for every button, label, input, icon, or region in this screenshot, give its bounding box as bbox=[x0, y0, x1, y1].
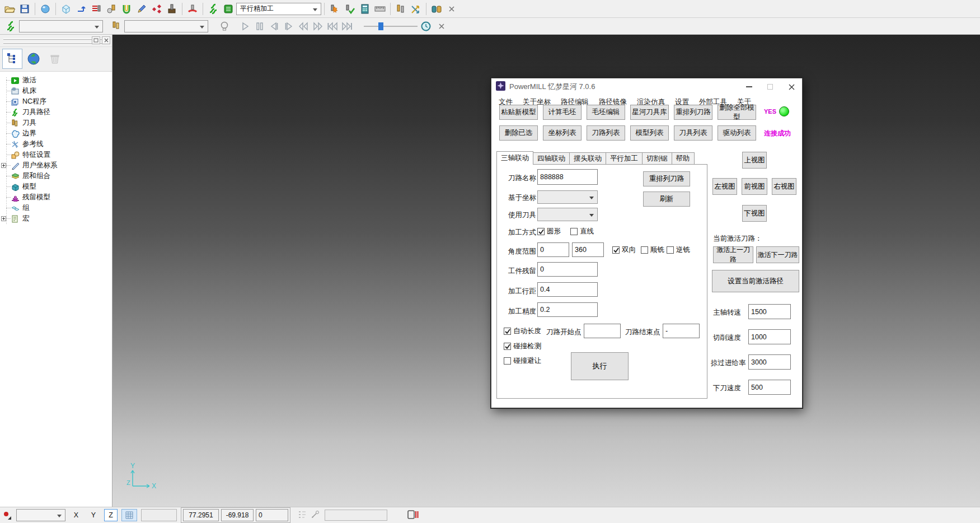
toolpath-icon[interactable] bbox=[3, 19, 18, 34]
rapid-move-icon[interactable] bbox=[74, 2, 88, 16]
toolpath-verify-check-icon[interactable] bbox=[343, 2, 357, 16]
stepover-input[interactable] bbox=[537, 282, 598, 297]
ruler-icon[interactable] bbox=[373, 2, 387, 16]
swap-arrows-icon[interactable] bbox=[409, 2, 423, 16]
line-checkbox[interactable]: 直线 bbox=[570, 227, 594, 236]
tree-item-workplanes[interactable]: 用户坐标系 bbox=[0, 160, 112, 171]
step-back-icon[interactable] bbox=[268, 20, 281, 33]
tab-world-view[interactable] bbox=[24, 49, 44, 69]
panel-close-icon[interactable] bbox=[102, 36, 110, 44]
rearrange-button[interactable]: 重排列刀路 bbox=[643, 171, 690, 186]
model-list-button[interactable]: 模型列表 bbox=[630, 125, 669, 141]
close-icon[interactable] bbox=[781, 78, 802, 95]
cutting-feed-input[interactable] bbox=[748, 329, 791, 344]
axis-x-button[interactable]: X bbox=[69, 509, 83, 521]
tab-3axis[interactable]: 三轴联动 bbox=[496, 151, 533, 165]
set-active-path-button[interactable]: 设置当前激活路径 bbox=[712, 270, 799, 292]
open-project-icon[interactable] bbox=[2, 2, 17, 16]
axis-y-button[interactable]: Y bbox=[87, 509, 100, 521]
tree-item-machine[interactable]: 机床 bbox=[0, 86, 112, 96]
two-tools-icon[interactable] bbox=[393, 2, 408, 16]
maximize-icon[interactable] bbox=[759, 78, 781, 95]
step-forward-icon[interactable] bbox=[282, 20, 296, 33]
activate-next-toolpath-button[interactable]: 激活下一刀路 bbox=[756, 246, 799, 263]
circle-checkbox[interactable]: 圆形 bbox=[537, 227, 561, 236]
tree-item-boundaries[interactable]: 边界 bbox=[0, 128, 112, 139]
view-front-button[interactable]: 前视图 bbox=[742, 178, 767, 195]
rearrange-toolpaths-button[interactable]: 重排列刀路 bbox=[674, 105, 712, 120]
tree-item-toolpaths[interactable]: 刀具路径 bbox=[0, 107, 112, 118]
tree-item-activate[interactable]: 激活 bbox=[0, 75, 112, 86]
tool-list-button[interactable]: 刀具列表 bbox=[674, 125, 712, 141]
tab-parallel[interactable]: 平行加工 bbox=[606, 152, 643, 165]
record-icon[interactable] bbox=[3, 511, 12, 520]
minimize-icon[interactable] bbox=[738, 78, 759, 95]
collision-check-checkbox[interactable]: 碰撞检测 bbox=[504, 342, 541, 351]
tab-head-tilt[interactable]: 摆头联动 bbox=[570, 152, 606, 165]
blue-ball-icon[interactable] bbox=[38, 2, 53, 16]
expand-icon[interactable] bbox=[1, 163, 6, 168]
calculator-icon[interactable] bbox=[358, 2, 372, 16]
dialog-titlebar[interactable]: PowerMILL 忆梦星河 7.0.6 bbox=[491, 78, 802, 95]
delete-all-models-button[interactable]: 删除全部模型 bbox=[718, 105, 756, 120]
sim-speed-slider[interactable] bbox=[364, 21, 418, 31]
conventional-mill-checkbox[interactable]: 逆铣 bbox=[667, 245, 690, 255]
auto-length-checkbox[interactable]: 自动长度 bbox=[504, 326, 541, 336]
refresh-button[interactable]: 刷新 bbox=[643, 192, 690, 207]
toolpath-name-input[interactable] bbox=[537, 169, 598, 185]
block-icon[interactable] bbox=[59, 2, 73, 16]
tab-saw[interactable]: 切割锯 bbox=[643, 152, 672, 165]
bidirectional-checkbox[interactable]: 双向 bbox=[612, 245, 636, 255]
strategy-combobox[interactable]: 平行精加工 bbox=[236, 3, 321, 15]
expand-icon[interactable] bbox=[1, 216, 6, 221]
view-left-button[interactable]: 左视图 bbox=[712, 178, 737, 195]
delete-selected-button[interactable]: 删除已选 bbox=[499, 125, 538, 141]
toolpath-verify-burst-icon[interactable] bbox=[327, 2, 342, 16]
tool-block-icon[interactable] bbox=[165, 2, 179, 16]
coord-list-button[interactable]: 坐标列表 bbox=[543, 125, 582, 141]
toolpath-start-input[interactable] bbox=[584, 324, 621, 338]
angle-min-input[interactable] bbox=[537, 242, 569, 257]
tolerance-input[interactable] bbox=[537, 302, 598, 317]
tree-item-patterns[interactable]: 参考线 bbox=[0, 139, 112, 150]
xyz-readout-icon[interactable] bbox=[298, 510, 307, 521]
grid-toggle-button[interactable] bbox=[121, 509, 137, 521]
panel-grip[interactable] bbox=[0, 35, 112, 47]
tree-item-models[interactable]: 模型 bbox=[0, 181, 112, 192]
toolbar-close-icon[interactable] bbox=[444, 2, 459, 16]
pattern-pencil-icon[interactable] bbox=[134, 2, 149, 16]
play-icon[interactable] bbox=[238, 20, 252, 33]
points-icon[interactable] bbox=[149, 2, 164, 16]
tree-item-tools[interactable]: 刀具 bbox=[0, 118, 112, 128]
paste-new-model-button[interactable]: 粘贴新模型 bbox=[499, 105, 538, 120]
search-forward-icon[interactable] bbox=[311, 20, 325, 33]
go-end-icon[interactable] bbox=[340, 20, 354, 33]
axis-z-button[interactable]: Z bbox=[104, 509, 118, 521]
tree-item-macros[interactable]: 宏 bbox=[0, 213, 112, 224]
search-back-icon[interactable] bbox=[297, 20, 310, 33]
probe-icon[interactable] bbox=[311, 510, 321, 521]
execute-button[interactable]: 执行 bbox=[571, 352, 629, 380]
drive-list-button[interactable]: 驱动列表 bbox=[718, 125, 756, 141]
tab-help[interactable]: 帮助 bbox=[672, 152, 695, 165]
view-right-button[interactable]: 右视图 bbox=[772, 178, 796, 195]
plunge-feed-input[interactable] bbox=[748, 380, 791, 395]
collision-avoid-checkbox[interactable]: 碰撞避让 bbox=[504, 356, 541, 366]
toolpath-end-input[interactable] bbox=[663, 324, 700, 338]
feed-rate-icon[interactable] bbox=[89, 2, 104, 16]
go-start-icon[interactable] bbox=[326, 20, 339, 33]
sim-tool-combobox[interactable] bbox=[124, 20, 208, 32]
tab-4axis[interactable]: 四轴联动 bbox=[533, 152, 570, 165]
slider-handle[interactable] bbox=[378, 22, 383, 30]
sim-toolpath-combobox[interactable] bbox=[19, 20, 103, 32]
strategy-list-icon[interactable] bbox=[221, 2, 236, 16]
based-coord-combobox[interactable] bbox=[537, 190, 598, 204]
toolpath-icon[interactable] bbox=[206, 2, 221, 16]
toolpath-list-button[interactable]: 刀路列表 bbox=[587, 125, 625, 141]
pause-icon[interactable] bbox=[253, 20, 266, 33]
plunge-mill-icon[interactable] bbox=[185, 2, 200, 16]
block-edit-button[interactable]: 毛坯编辑 bbox=[587, 105, 625, 120]
tree-item-nc-programs[interactable]: NC程序 bbox=[0, 96, 112, 107]
climb-mill-checkbox[interactable]: 顺铣 bbox=[641, 245, 664, 255]
tool-draw-icon[interactable] bbox=[104, 2, 119, 16]
